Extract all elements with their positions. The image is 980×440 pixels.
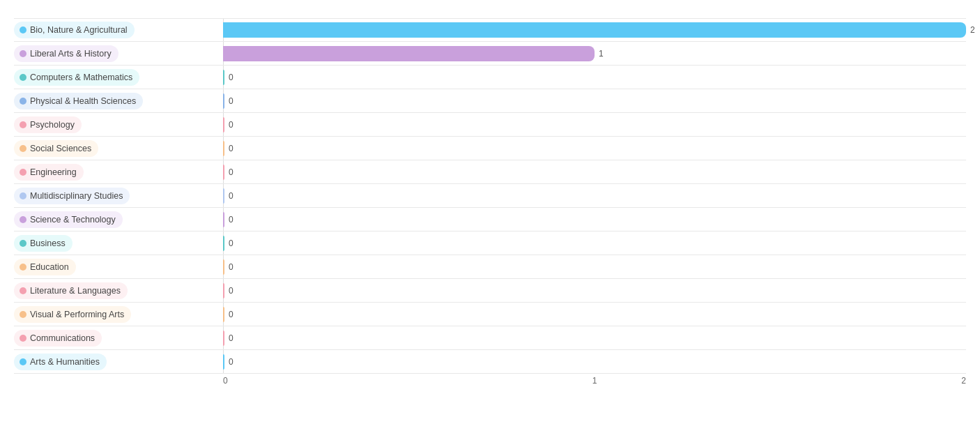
- chart-area: Bio, Nature & Agricultural2Liberal Arts …: [14, 18, 966, 374]
- bar-value-business: 0: [229, 238, 233, 248]
- label-area-science: Science & Technology: [14, 208, 223, 231]
- bar-value-social: 0: [229, 144, 233, 153]
- bar-value-visual: 0: [229, 310, 233, 319]
- bar-section-engineering: 0: [223, 160, 966, 183]
- dot-icon-physical: [20, 98, 26, 105]
- bar-psychology: [223, 117, 224, 132]
- label-area-bio: Bio, Nature & Agricultural: [14, 19, 223, 41]
- label-text-education: Education: [30, 262, 69, 272]
- bar-value-bio: 2: [970, 25, 975, 35]
- dot-icon-computers: [20, 74, 26, 81]
- bar-row-psychology: Psychology0: [14, 113, 966, 137]
- bar-section-psychology: 0: [223, 113, 966, 136]
- bar-section-literature: 0: [223, 279, 966, 302]
- label-pill-education: Education: [14, 259, 76, 275]
- label-text-multi: Multidisciplinary Studies: [30, 191, 123, 201]
- label-text-literature: Literature & Languages: [30, 286, 121, 296]
- label-pill-liberal: Liberal Arts & History: [14, 45, 118, 62]
- bar-row-literature: Literature & Languages0: [14, 279, 966, 303]
- label-area-physical: Physical & Health Sciences: [14, 89, 223, 112]
- x-tick-2: 2: [719, 376, 966, 386]
- label-area-literature: Literature & Languages: [14, 279, 223, 302]
- bar-value-liberal: 1: [599, 49, 604, 59]
- label-area-engineering: Engineering: [14, 160, 223, 183]
- dot-icon-social: [20, 145, 26, 152]
- dot-icon-arts: [20, 358, 26, 365]
- bar-value-multi: 0: [229, 191, 233, 201]
- bar-section-science: 0: [223, 208, 966, 231]
- bar-value-education: 0: [229, 262, 233, 272]
- bar-section-business: 0: [223, 232, 966, 255]
- label-text-bio: Bio, Nature & Agricultural: [30, 25, 128, 35]
- label-pill-science: Science & Technology: [14, 211, 123, 228]
- bar-physical: [223, 93, 224, 109]
- dot-icon-psychology: [20, 121, 26, 128]
- label-area-psychology: Psychology: [14, 113, 223, 136]
- dot-icon-education: [20, 264, 26, 271]
- dot-icon-visual: [20, 311, 26, 318]
- bar-section-visual: 0: [223, 303, 966, 326]
- bar-business: [223, 236, 224, 251]
- dot-icon-business: [20, 240, 26, 247]
- label-area-social: Social Sciences: [14, 137, 223, 160]
- bar-value-arts: 0: [229, 357, 233, 367]
- bar-visual: [223, 307, 224, 322]
- bar-section-computers: 0: [223, 66, 966, 89]
- x-axis: 012: [14, 376, 966, 386]
- label-pill-business: Business: [14, 235, 72, 252]
- bar-row-computers: Computers & Mathematics0: [14, 66, 966, 89]
- bar-row-multi: Multidisciplinary Studies0: [14, 184, 966, 208]
- label-pill-arts: Arts & Humanities: [14, 354, 107, 370]
- label-pill-engineering: Engineering: [14, 164, 84, 181]
- bar-row-business: Business0: [14, 232, 966, 255]
- bar-section-education: 0: [223, 255, 966, 278]
- label-text-communications: Communications: [30, 333, 95, 343]
- bar-education: [223, 259, 224, 275]
- label-area-multi: Multidisciplinary Studies: [14, 184, 223, 207]
- bar-science: [223, 212, 224, 227]
- bar-computers: [223, 70, 224, 85]
- label-area-communications: Communications: [14, 326, 223, 349]
- bar-row-education: Education0: [14, 255, 966, 279]
- bar-bio: [223, 22, 966, 38]
- bar-multi: [223, 188, 224, 204]
- label-pill-social: Social Sciences: [14, 140, 98, 157]
- bar-row-science: Science & Technology0: [14, 208, 966, 232]
- label-area-computers: Computers & Mathematics: [14, 66, 223, 89]
- bar-value-physical: 0: [229, 96, 233, 106]
- label-pill-psychology: Psychology: [14, 116, 82, 133]
- bar-row-engineering: Engineering0: [14, 160, 966, 184]
- bar-section-multi: 0: [223, 184, 966, 207]
- label-text-liberal: Liberal Arts & History: [30, 49, 112, 59]
- label-area-education: Education: [14, 255, 223, 278]
- label-area-arts: Arts & Humanities: [14, 350, 223, 373]
- label-text-social: Social Sciences: [30, 144, 91, 153]
- label-pill-literature: Literature & Languages: [14, 282, 128, 299]
- bar-value-science: 0: [229, 215, 233, 225]
- bar-literature: [223, 283, 224, 298]
- bar-row-physical: Physical & Health Sciences0: [14, 89, 966, 113]
- bar-section-social: 0: [223, 137, 966, 160]
- dot-icon-multi: [20, 192, 26, 199]
- dot-icon-literature: [20, 287, 26, 294]
- dot-icon-communications: [20, 335, 26, 342]
- bar-section-liberal: 1: [223, 42, 966, 65]
- bar-value-literature: 0: [229, 286, 233, 296]
- bar-value-psychology: 0: [229, 120, 233, 130]
- label-text-visual: Visual & Performing Arts: [30, 310, 124, 319]
- label-text-physical: Physical & Health Sciences: [30, 96, 136, 106]
- bar-value-communications: 0: [229, 333, 233, 343]
- label-area-liberal: Liberal Arts & History: [14, 42, 223, 65]
- label-text-engineering: Engineering: [30, 167, 77, 177]
- bar-row-communications: Communications0: [14, 326, 966, 350]
- dot-icon-liberal: [20, 50, 26, 57]
- x-tick-0: 0: [223, 376, 470, 386]
- bar-row-bio: Bio, Nature & Agricultural2: [14, 18, 966, 42]
- label-pill-bio: Bio, Nature & Agricultural: [14, 22, 135, 38]
- label-area-visual: Visual & Performing Arts: [14, 303, 223, 326]
- bar-communications: [223, 331, 224, 346]
- label-text-business: Business: [30, 238, 66, 248]
- bar-row-liberal: Liberal Arts & History1: [14, 42, 966, 66]
- bar-section-arts: 0: [223, 350, 966, 373]
- label-text-science: Science & Technology: [30, 215, 116, 225]
